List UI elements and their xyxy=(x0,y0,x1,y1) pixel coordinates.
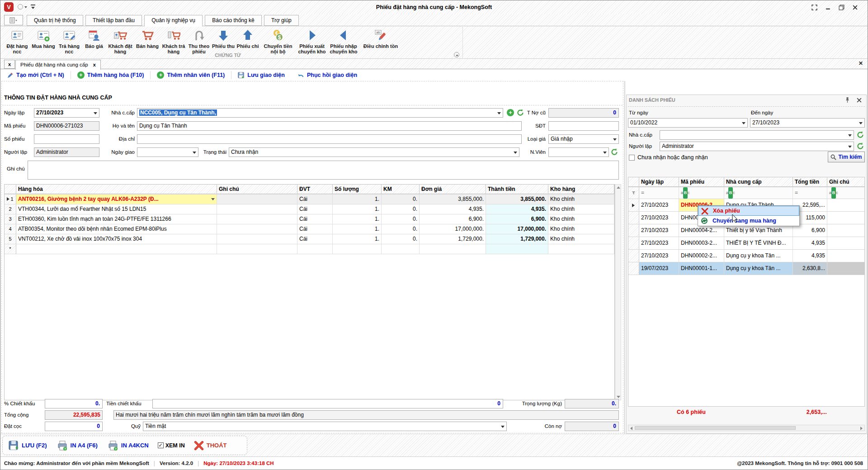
col-don-gia[interactable]: Đơn giá xyxy=(420,185,486,194)
cell-total[interactable]: 17,000,000. xyxy=(486,224,548,234)
ribbon-button-chuyen-tien-noi-bo[interactable]: €$ Chuyển tiền nội bộ xyxy=(260,28,296,54)
ribbon-button-thu-theo-phieu[interactable]: Thu theo phiếu xyxy=(187,28,211,54)
panel-nha-cc-field[interactable] xyxy=(660,130,854,140)
col-ghi-chu[interactable]: Ghi chú xyxy=(827,177,865,187)
ribbon-button-dat-hang-ncc[interactable]: Đặt hàng ncc xyxy=(4,28,30,54)
cell-total[interactable] xyxy=(486,244,548,254)
table-row[interactable]: 3 ETH00360, Kim luồn tĩnh mạch an toàn 2… xyxy=(5,214,614,224)
cell-store[interactable]: Kho chính xyxy=(548,234,614,244)
cell-total[interactable]: 4,935 xyxy=(793,250,827,262)
voucher-grid-filter-row[interactable]: = aBc aBc = aBc xyxy=(628,187,864,199)
ngay-giao-field[interactable] xyxy=(137,147,198,157)
col-ghi-chu[interactable]: Ghi chú xyxy=(217,185,297,194)
refresh-icon[interactable] xyxy=(611,148,618,156)
scroll-up-icon[interactable] xyxy=(617,186,620,189)
cell-price[interactable]: 4,935. xyxy=(420,204,486,214)
scroll-down-icon[interactable] xyxy=(617,396,620,398)
cell-code[interactable]: DHN00003-2... xyxy=(679,237,724,249)
cell-item[interactable]: VNT00212, Xe chở đồ vải inox 100x70x75 i… xyxy=(16,234,217,244)
checkbox-checked-icon[interactable]: ✓ xyxy=(158,442,164,448)
ribbon-button-phieu-nhap-chuyen-kho[interactable]: Phiếu nhập chuyển kho xyxy=(328,28,359,54)
chevron-down-icon[interactable] xyxy=(94,112,97,114)
col-so-luong[interactable]: Số lượng xyxy=(333,185,382,194)
doc-tab-close-icon[interactable]: x xyxy=(93,62,96,67)
filter-cell[interactable]: aBc xyxy=(827,187,865,199)
tabbar-close-icon[interactable]: ✕ xyxy=(859,60,863,66)
cell-total[interactable]: 4,935 xyxy=(793,237,827,249)
nha-cc-field[interactable]: NCC005, Dụng cụ Tân Thành, xyxy=(137,108,503,118)
cell-qty[interactable]: 1. xyxy=(333,204,382,214)
pending-checkbox[interactable] xyxy=(629,155,635,161)
cell-note[interactable] xyxy=(217,195,297,204)
ribbon-button-phieu-xuat-chuyen-kho[interactable]: Phiếu xuất chuyển kho xyxy=(296,28,328,54)
col-ma-phieu[interactable]: Mã phiếu xyxy=(679,177,724,187)
panel-nguoi-lap-field[interactable]: Administrator xyxy=(660,142,854,151)
voucher-row-selected[interactable]: 19/07/2023 DHN00001-1... Dụng cụ y khoa … xyxy=(628,262,864,275)
cell-supplier[interactable]: Dụng cụ y khoa Tân ... xyxy=(724,250,793,262)
cell-unit[interactable]: Cái xyxy=(297,204,333,214)
add-item-button[interactable]: + Thêm hàng hóa (F10) xyxy=(71,71,151,79)
scroll-left-icon[interactable] xyxy=(630,427,632,430)
cell-qty[interactable]: 1. xyxy=(333,214,382,224)
cell-note[interactable] xyxy=(827,250,865,262)
cell-km[interactable]: 0. xyxy=(382,204,420,214)
cell-date[interactable]: 27/10/2023 xyxy=(639,199,679,211)
cell-km[interactable] xyxy=(382,244,420,254)
ribbon-button-bao-gia[interactable]: Báo giá xyxy=(82,28,106,49)
refresh-icon[interactable] xyxy=(857,131,864,138)
col-tong-tien[interactable]: Tổng tiền xyxy=(793,177,827,187)
cell-note[interactable] xyxy=(217,224,297,234)
ribbon-tab-bao-cao-thong-ke[interactable]: Báo cáo thống kê xyxy=(205,15,261,26)
ho-ten-field[interactable]: Dụng cụ Tân Thành xyxy=(137,121,522,131)
exit-button[interactable]: THOÁT xyxy=(194,441,227,451)
items-grid-scrollbar[interactable] xyxy=(615,184,621,400)
ribbon-button-khach-dat-hang[interactable]: Khách đặt hàng xyxy=(106,28,134,54)
so-phieu-field[interactable] xyxy=(34,134,99,144)
cell-store[interactable]: Kho chính xyxy=(548,224,614,234)
cell-note[interactable] xyxy=(827,262,865,275)
cell-price[interactable] xyxy=(420,244,486,254)
new-button[interactable]: Tạo mới (Ctrl + N) xyxy=(0,72,71,79)
ribbon-tab-quan-tri-he-thong[interactable]: Quản trị hệ thống xyxy=(27,15,83,26)
scroll-thumb[interactable] xyxy=(635,426,796,430)
cell-total[interactable]: 2,630,8... xyxy=(793,262,827,275)
cell-total[interactable]: 1,729,000. xyxy=(486,234,548,244)
doc-tab-active[interactable]: Phiếu đặt hàng nhà cung cấp x xyxy=(15,60,101,70)
ribbon-button-phieu-chi[interactable]: Phiếu chi xyxy=(236,28,260,49)
filter-cell[interactable]: = xyxy=(639,187,679,199)
minimize-icon[interactable] xyxy=(825,5,831,10)
trang-thai-field[interactable]: Chưa nhận xyxy=(229,147,519,157)
cell-note[interactable] xyxy=(827,212,865,224)
cell-supplier[interactable]: THIẾT BỊ Y TẾ VINH Đ... xyxy=(724,237,793,249)
cell-supplier[interactable]: Dụng cụ y khoa Tân ... xyxy=(724,262,793,275)
chevron-down-icon[interactable] xyxy=(848,146,852,148)
cell-note[interactable] xyxy=(217,204,297,214)
cell-code[interactable]: DHN00004-2... xyxy=(679,224,724,237)
quy-field[interactable]: Tiền mặt xyxy=(143,422,507,431)
cell-qty[interactable]: 1. xyxy=(333,234,382,244)
filter-cell[interactable]: aBc xyxy=(679,187,724,199)
cell-note[interactable] xyxy=(827,224,865,237)
cell-km[interactable]: 0. xyxy=(382,224,420,234)
cell-unit[interactable]: Cái xyxy=(297,214,333,224)
cell-unit[interactable]: Cái xyxy=(297,224,333,234)
ribbon-collapse-button[interactable] xyxy=(454,52,459,57)
maximize-icon[interactable] xyxy=(839,5,844,10)
col-km[interactable]: KM xyxy=(382,185,420,194)
cell-note[interactable] xyxy=(217,234,297,244)
panel-close-icon[interactable] xyxy=(857,98,862,103)
cell-total[interactable]: 3,855,000. xyxy=(486,195,548,204)
loai-gia-field[interactable]: Giá nhập xyxy=(548,134,619,144)
voucher-row[interactable]: 27/10/2023 DHN00004-2... Thiết bị y tế V… xyxy=(628,224,864,237)
chevron-down-icon[interactable] xyxy=(193,152,196,154)
voucher-row[interactable]: 27/10/2023 DHN00002-2... Dụng cụ y khoa … xyxy=(628,250,864,262)
cell-store[interactable] xyxy=(548,244,614,254)
cell-item[interactable]: ETH00360, Kim luồn tĩnh mạch an toàn 24G… xyxy=(16,214,217,224)
cell-date[interactable]: 27/10/2023 xyxy=(639,224,679,237)
col-nha-cung-cap[interactable]: Nhà cung cấp xyxy=(724,177,793,187)
cell-supplier[interactable]: Thiết bị y tế Vạn Thành xyxy=(724,224,793,237)
cell-item[interactable]: ATB00354, Monitor theo dõi bệnh nhân Eco… xyxy=(16,224,217,234)
tien-chiet-khau-field[interactable]: 0 xyxy=(152,399,503,408)
ribbon-button-tra-hang-ncc[interactable]: Trả hàng ncc xyxy=(57,28,82,54)
cell-price[interactable]: 6,900. xyxy=(420,214,486,224)
